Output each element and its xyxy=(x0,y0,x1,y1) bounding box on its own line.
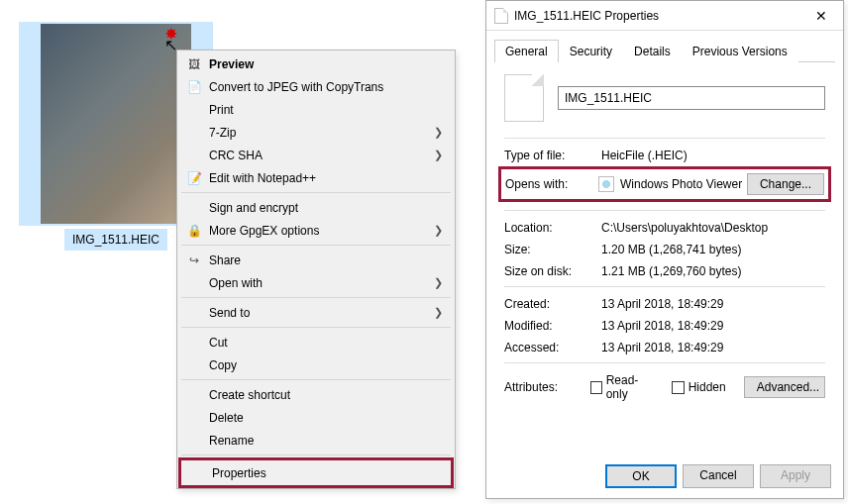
share-icon: ↪ xyxy=(183,253,205,267)
dialog-title: IMG_1511.HEIC Properties xyxy=(514,9,799,23)
menu-print-label: Print xyxy=(205,103,443,117)
menu-copy-label: Copy xyxy=(205,358,443,372)
close-button[interactable]: ✕ xyxy=(799,1,843,31)
menu-gpgex-label: More GpgEX options xyxy=(205,224,434,238)
menu-separator xyxy=(181,245,451,246)
divider xyxy=(504,286,825,287)
menu-crc-sha[interactable]: CRC SHA ❯ xyxy=(179,144,453,166)
location-value: C:\Users\poluyakhtova\Desktop xyxy=(601,221,825,235)
tab-security[interactable]: Security xyxy=(559,40,623,62)
accessed-label: Accessed: xyxy=(504,341,601,354)
filename-input[interactable] xyxy=(558,86,825,110)
hidden-checkbox[interactable]: Hidden xyxy=(672,380,726,394)
menu-cut[interactable]: Cut xyxy=(179,331,453,353)
dialog-titlebar[interactable]: IMG_1511.HEIC Properties ✕ xyxy=(486,1,843,31)
advanced-button[interactable]: Advanced... xyxy=(744,376,825,398)
opens-with-highlight: Opens with: Windows Photo Viewer Change.… xyxy=(498,166,831,202)
menu-separator xyxy=(181,297,451,298)
chevron-right-icon: ❯ xyxy=(434,306,443,319)
location-label: Location: xyxy=(504,221,601,235)
menu-properties-label: Properties xyxy=(208,466,440,480)
accessed-value: 13 April 2018, 18:49:29 xyxy=(601,341,825,354)
chevron-right-icon: ❯ xyxy=(434,149,443,161)
menu-separator xyxy=(181,327,451,328)
chevron-right-icon: ❯ xyxy=(434,126,443,139)
file-label: IMG_1511.HEIC xyxy=(64,229,167,251)
menu-delete[interactable]: Delete xyxy=(179,406,453,429)
menu-create-shortcut[interactable]: Create shortcut xyxy=(179,383,453,406)
size-value: 1.20 MB (1,268,741 bytes) xyxy=(601,243,825,256)
menu-preview[interactable]: 🖼 Preview xyxy=(179,52,453,75)
menu-open-with[interactable]: Open with ❯ xyxy=(179,271,453,294)
menu-crc-label: CRC SHA xyxy=(205,149,434,162)
menu-openwith-label: Open with xyxy=(205,276,434,290)
type-value: HeicFile (.HEIC) xyxy=(601,149,825,162)
menu-rename[interactable]: Rename xyxy=(179,429,453,452)
menu-copy[interactable]: Copy xyxy=(179,353,453,376)
notepad-icon: 📝 xyxy=(183,171,205,185)
opens-with-value: Windows Photo Viewer xyxy=(620,177,747,191)
checkbox-icon xyxy=(590,381,602,394)
menu-cut-label: Cut xyxy=(205,336,443,350)
menu-properties[interactable]: Properties xyxy=(182,461,450,484)
created-value: 13 April 2018, 18:49:29 xyxy=(601,297,825,311)
file-type-icon xyxy=(504,74,544,122)
convert-icon: 📄 xyxy=(183,80,205,94)
change-button[interactable]: Change... xyxy=(747,173,824,195)
created-label: Created: xyxy=(504,297,601,311)
modified-label: Modified: xyxy=(504,319,601,333)
menu-7zip[interactable]: 7-Zip ❯ xyxy=(179,121,453,144)
menu-sign-label: Sign and encrypt xyxy=(205,201,443,215)
chevron-right-icon: ❯ xyxy=(434,276,443,289)
checkbox-icon xyxy=(672,381,685,394)
properties-dialog: IMG_1511.HEIC Properties ✕ General Secur… xyxy=(485,0,844,499)
ok-button[interactable]: OK xyxy=(605,464,677,488)
menu-sign-encrypt[interactable]: Sign and encrypt xyxy=(179,196,453,219)
menu-separator xyxy=(181,454,451,455)
readonly-label: Read-only xyxy=(606,373,654,401)
highlighted-menu-item: Properties xyxy=(178,457,454,488)
menu-separator xyxy=(181,379,451,380)
readonly-checkbox[interactable]: Read-only xyxy=(590,373,654,401)
size-on-disk-label: Size on disk: xyxy=(504,264,601,278)
tab-details[interactable]: Details xyxy=(623,40,682,62)
divider xyxy=(504,138,825,139)
menu-7zip-label: 7-Zip xyxy=(205,126,434,140)
lock-icon: 🔒 xyxy=(183,224,205,238)
cursor-icon: ↖ xyxy=(164,36,177,54)
menu-share[interactable]: ↪ Share xyxy=(179,249,453,271)
menu-convert-jpeg[interactable]: 📄 Convert to JPEG with CopyTrans xyxy=(179,75,453,98)
menu-shortcut-label: Create shortcut xyxy=(205,388,443,402)
menu-convert-label: Convert to JPEG with CopyTrans xyxy=(205,80,443,94)
cancel-button[interactable]: Cancel xyxy=(683,464,754,488)
size-on-disk-value: 1.21 MB (1,269,760 bytes) xyxy=(601,264,825,278)
menu-more-gpgex[interactable]: 🔒 More GpgEX options ❯ xyxy=(179,219,453,242)
type-label: Type of file: xyxy=(504,149,601,162)
tab-previous-versions[interactable]: Previous Versions xyxy=(682,40,798,62)
menu-rename-label: Rename xyxy=(205,434,443,448)
menu-separator xyxy=(181,192,451,193)
modified-value: 13 April 2018, 18:49:29 xyxy=(601,319,825,333)
size-label: Size: xyxy=(504,243,601,256)
dialog-content: Type of file: HeicFile (.HEIC) Opens wit… xyxy=(486,62,843,407)
divider xyxy=(504,210,825,211)
context-menu: 🖼 Preview 📄 Convert to JPEG with CopyTra… xyxy=(176,50,456,489)
preview-icon: 🖼 xyxy=(183,57,205,71)
dialog-tabs: General Security Details Previous Versio… xyxy=(494,39,835,62)
chevron-right-icon: ❯ xyxy=(434,224,443,237)
menu-preview-label: Preview xyxy=(205,57,443,71)
attributes-label: Attributes: xyxy=(504,380,590,394)
opens-with-label: Opens with: xyxy=(505,177,598,191)
menu-npp-label: Edit with Notepad++ xyxy=(205,171,443,185)
photo-viewer-icon xyxy=(598,176,614,192)
menu-share-label: Share xyxy=(205,253,443,267)
menu-edit-notepad[interactable]: 📝 Edit with Notepad++ xyxy=(179,166,453,189)
dialog-button-bar: OK Cancel Apply xyxy=(605,464,831,488)
divider xyxy=(504,362,825,363)
menu-send-to[interactable]: Send to ❯ xyxy=(179,301,453,324)
hidden-label: Hidden xyxy=(689,380,726,394)
tab-general[interactable]: General xyxy=(494,40,559,62)
menu-delete-label: Delete xyxy=(205,411,443,425)
menu-print[interactable]: Print xyxy=(179,98,453,121)
apply-button[interactable]: Apply xyxy=(760,464,831,488)
